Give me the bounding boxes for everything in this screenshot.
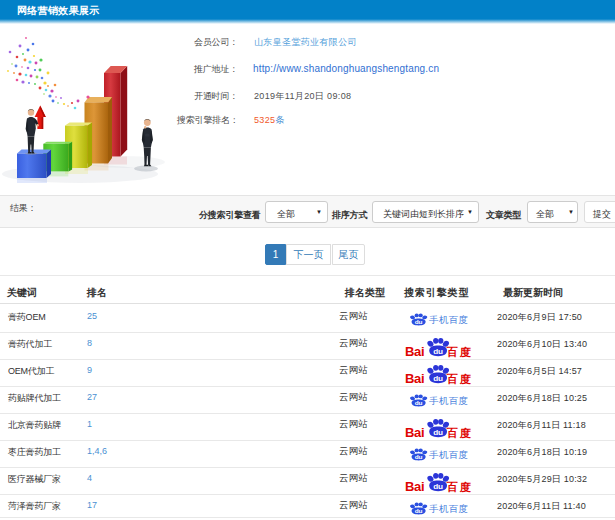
svg-text:du: du [414,401,422,406]
svg-text:du: du [433,429,443,437]
svg-text:du: du [414,455,422,460]
svg-text:du: du [433,348,443,356]
svg-text:du: du [414,320,422,325]
svg-text:du: du [414,509,422,514]
svg-text:du: du [433,375,443,383]
svg-text:du: du [433,483,443,491]
